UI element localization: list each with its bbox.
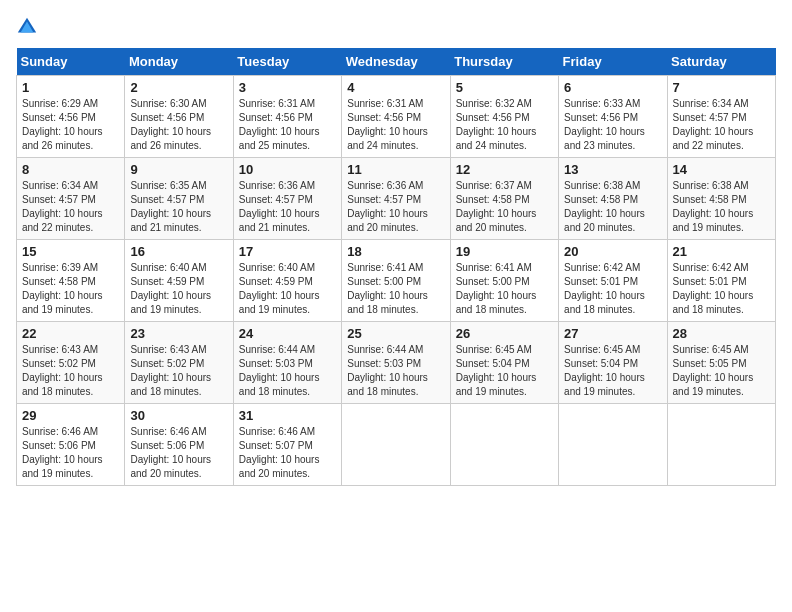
day-number: 24: [239, 326, 336, 341]
calendar-cell: 6Sunrise: 6:33 AMSunset: 4:56 PMDaylight…: [559, 76, 667, 158]
day-number: 21: [673, 244, 770, 259]
calendar-cell: 20Sunrise: 6:42 AMSunset: 5:01 PMDayligh…: [559, 240, 667, 322]
calendar-cell: 5Sunrise: 6:32 AMSunset: 4:56 PMDaylight…: [450, 76, 558, 158]
day-number: 28: [673, 326, 770, 341]
weekday-header-tuesday: Tuesday: [233, 48, 341, 76]
calendar-cell: 16Sunrise: 6:40 AMSunset: 4:59 PMDayligh…: [125, 240, 233, 322]
page-header: [16, 16, 776, 38]
calendar-cell: [342, 404, 450, 486]
calendar-cell: 13Sunrise: 6:38 AMSunset: 4:58 PMDayligh…: [559, 158, 667, 240]
day-number: 4: [347, 80, 444, 95]
day-number: 23: [130, 326, 227, 341]
day-number: 14: [673, 162, 770, 177]
calendar-table: SundayMondayTuesdayWednesdayThursdayFrid…: [16, 48, 776, 486]
cell-info: Sunrise: 6:35 AMSunset: 4:57 PMDaylight:…: [130, 179, 227, 235]
calendar-week-row: 1Sunrise: 6:29 AMSunset: 4:56 PMDaylight…: [17, 76, 776, 158]
calendar-cell: 1Sunrise: 6:29 AMSunset: 4:56 PMDaylight…: [17, 76, 125, 158]
cell-info: Sunrise: 6:41 AMSunset: 5:00 PMDaylight:…: [456, 261, 553, 317]
day-number: 11: [347, 162, 444, 177]
cell-info: Sunrise: 6:45 AMSunset: 5:04 PMDaylight:…: [456, 343, 553, 399]
calendar-cell: 17Sunrise: 6:40 AMSunset: 4:59 PMDayligh…: [233, 240, 341, 322]
calendar-cell: [667, 404, 775, 486]
day-number: 27: [564, 326, 661, 341]
calendar-cell: 23Sunrise: 6:43 AMSunset: 5:02 PMDayligh…: [125, 322, 233, 404]
cell-info: Sunrise: 6:39 AMSunset: 4:58 PMDaylight:…: [22, 261, 119, 317]
cell-info: Sunrise: 6:43 AMSunset: 5:02 PMDaylight:…: [22, 343, 119, 399]
calendar-cell: 28Sunrise: 6:45 AMSunset: 5:05 PMDayligh…: [667, 322, 775, 404]
cell-info: Sunrise: 6:36 AMSunset: 4:57 PMDaylight:…: [347, 179, 444, 235]
weekday-header-friday: Friday: [559, 48, 667, 76]
day-number: 20: [564, 244, 661, 259]
calendar-cell: 29Sunrise: 6:46 AMSunset: 5:06 PMDayligh…: [17, 404, 125, 486]
logo-icon: [16, 16, 38, 38]
day-number: 6: [564, 80, 661, 95]
calendar-week-row: 22Sunrise: 6:43 AMSunset: 5:02 PMDayligh…: [17, 322, 776, 404]
cell-info: Sunrise: 6:31 AMSunset: 4:56 PMDaylight:…: [239, 97, 336, 153]
calendar-cell: 3Sunrise: 6:31 AMSunset: 4:56 PMDaylight…: [233, 76, 341, 158]
cell-info: Sunrise: 6:40 AMSunset: 4:59 PMDaylight:…: [130, 261, 227, 317]
cell-info: Sunrise: 6:29 AMSunset: 4:56 PMDaylight:…: [22, 97, 119, 153]
cell-info: Sunrise: 6:42 AMSunset: 5:01 PMDaylight:…: [673, 261, 770, 317]
day-number: 3: [239, 80, 336, 95]
cell-info: Sunrise: 6:33 AMSunset: 4:56 PMDaylight:…: [564, 97, 661, 153]
cell-info: Sunrise: 6:34 AMSunset: 4:57 PMDaylight:…: [673, 97, 770, 153]
day-number: 13: [564, 162, 661, 177]
calendar-cell: 7Sunrise: 6:34 AMSunset: 4:57 PMDaylight…: [667, 76, 775, 158]
calendar-cell: 30Sunrise: 6:46 AMSunset: 5:06 PMDayligh…: [125, 404, 233, 486]
calendar-week-row: 29Sunrise: 6:46 AMSunset: 5:06 PMDayligh…: [17, 404, 776, 486]
day-number: 17: [239, 244, 336, 259]
day-number: 15: [22, 244, 119, 259]
calendar-cell: 25Sunrise: 6:44 AMSunset: 5:03 PMDayligh…: [342, 322, 450, 404]
calendar-cell: 12Sunrise: 6:37 AMSunset: 4:58 PMDayligh…: [450, 158, 558, 240]
cell-info: Sunrise: 6:43 AMSunset: 5:02 PMDaylight:…: [130, 343, 227, 399]
calendar-cell: 27Sunrise: 6:45 AMSunset: 5:04 PMDayligh…: [559, 322, 667, 404]
day-number: 12: [456, 162, 553, 177]
cell-info: Sunrise: 6:44 AMSunset: 5:03 PMDaylight:…: [347, 343, 444, 399]
cell-info: Sunrise: 6:42 AMSunset: 5:01 PMDaylight:…: [564, 261, 661, 317]
cell-info: Sunrise: 6:46 AMSunset: 5:06 PMDaylight:…: [130, 425, 227, 481]
weekday-header-monday: Monday: [125, 48, 233, 76]
calendar-cell: 9Sunrise: 6:35 AMSunset: 4:57 PMDaylight…: [125, 158, 233, 240]
cell-info: Sunrise: 6:44 AMSunset: 5:03 PMDaylight:…: [239, 343, 336, 399]
calendar-cell: 4Sunrise: 6:31 AMSunset: 4:56 PMDaylight…: [342, 76, 450, 158]
day-number: 22: [22, 326, 119, 341]
cell-info: Sunrise: 6:46 AMSunset: 5:07 PMDaylight:…: [239, 425, 336, 481]
calendar-cell: 10Sunrise: 6:36 AMSunset: 4:57 PMDayligh…: [233, 158, 341, 240]
calendar-cell: 8Sunrise: 6:34 AMSunset: 4:57 PMDaylight…: [17, 158, 125, 240]
day-number: 2: [130, 80, 227, 95]
calendar-cell: 11Sunrise: 6:36 AMSunset: 4:57 PMDayligh…: [342, 158, 450, 240]
logo: [16, 16, 42, 38]
day-number: 9: [130, 162, 227, 177]
calendar-cell: 21Sunrise: 6:42 AMSunset: 5:01 PMDayligh…: [667, 240, 775, 322]
weekday-header-wednesday: Wednesday: [342, 48, 450, 76]
cell-info: Sunrise: 6:46 AMSunset: 5:06 PMDaylight:…: [22, 425, 119, 481]
calendar-cell: [559, 404, 667, 486]
cell-info: Sunrise: 6:41 AMSunset: 5:00 PMDaylight:…: [347, 261, 444, 317]
calendar-cell: 15Sunrise: 6:39 AMSunset: 4:58 PMDayligh…: [17, 240, 125, 322]
cell-info: Sunrise: 6:38 AMSunset: 4:58 PMDaylight:…: [564, 179, 661, 235]
calendar-cell: 22Sunrise: 6:43 AMSunset: 5:02 PMDayligh…: [17, 322, 125, 404]
calendar-cell: 19Sunrise: 6:41 AMSunset: 5:00 PMDayligh…: [450, 240, 558, 322]
cell-info: Sunrise: 6:34 AMSunset: 4:57 PMDaylight:…: [22, 179, 119, 235]
cell-info: Sunrise: 6:36 AMSunset: 4:57 PMDaylight:…: [239, 179, 336, 235]
cell-info: Sunrise: 6:40 AMSunset: 4:59 PMDaylight:…: [239, 261, 336, 317]
calendar-cell: [450, 404, 558, 486]
calendar-week-row: 8Sunrise: 6:34 AMSunset: 4:57 PMDaylight…: [17, 158, 776, 240]
cell-info: Sunrise: 6:38 AMSunset: 4:58 PMDaylight:…: [673, 179, 770, 235]
day-number: 7: [673, 80, 770, 95]
day-number: 18: [347, 244, 444, 259]
cell-info: Sunrise: 6:32 AMSunset: 4:56 PMDaylight:…: [456, 97, 553, 153]
day-number: 25: [347, 326, 444, 341]
calendar-cell: 2Sunrise: 6:30 AMSunset: 4:56 PMDaylight…: [125, 76, 233, 158]
cell-info: Sunrise: 6:30 AMSunset: 4:56 PMDaylight:…: [130, 97, 227, 153]
calendar-cell: 26Sunrise: 6:45 AMSunset: 5:04 PMDayligh…: [450, 322, 558, 404]
cell-info: Sunrise: 6:45 AMSunset: 5:05 PMDaylight:…: [673, 343, 770, 399]
cell-info: Sunrise: 6:31 AMSunset: 4:56 PMDaylight:…: [347, 97, 444, 153]
cell-info: Sunrise: 6:45 AMSunset: 5:04 PMDaylight:…: [564, 343, 661, 399]
weekday-header-thursday: Thursday: [450, 48, 558, 76]
day-number: 29: [22, 408, 119, 423]
calendar-cell: 31Sunrise: 6:46 AMSunset: 5:07 PMDayligh…: [233, 404, 341, 486]
day-number: 19: [456, 244, 553, 259]
calendar-cell: 14Sunrise: 6:38 AMSunset: 4:58 PMDayligh…: [667, 158, 775, 240]
day-number: 30: [130, 408, 227, 423]
